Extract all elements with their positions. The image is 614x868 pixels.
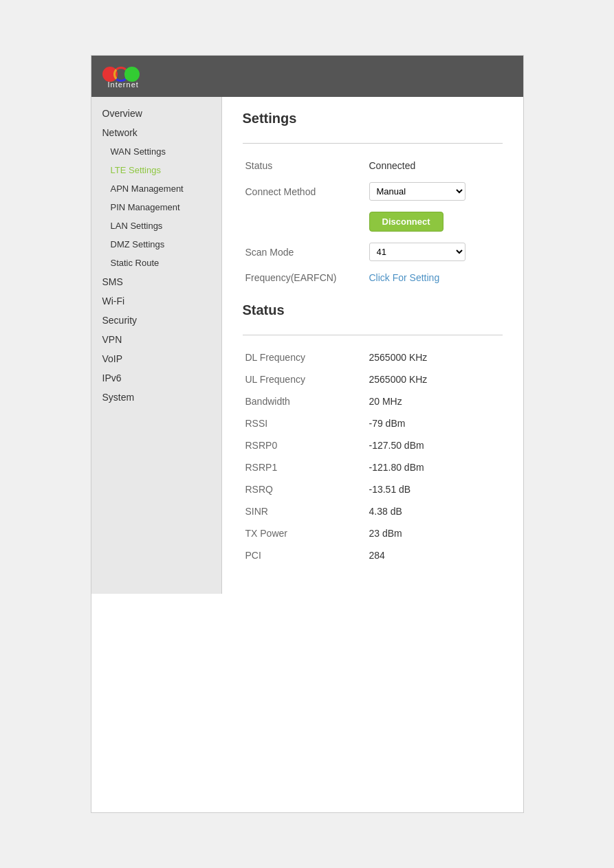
status-field-label: RSSI xyxy=(243,412,366,434)
status-field-value: 2565000 KHz xyxy=(366,346,503,368)
sidebar-item-apn-management[interactable]: APN Management xyxy=(91,179,221,198)
connect-method-select[interactable]: Manual Auto xyxy=(369,182,465,201)
status-field-value: -79 dBm xyxy=(366,412,503,434)
status-divider xyxy=(243,335,503,335)
status-field-label: PCI xyxy=(243,544,366,566)
settings-title: Settings xyxy=(243,111,503,132)
logo: Internet xyxy=(102,64,144,89)
status-field-row: RSRP0 -127.50 dBm xyxy=(243,434,503,456)
sidebar: Overview Network WAN Settings LTE Settin… xyxy=(91,97,222,594)
status-field-label: DL Frequency xyxy=(243,346,366,368)
logo-text: Internet xyxy=(108,80,139,89)
status-field-row: Bandwidth 20 MHz xyxy=(243,390,503,412)
sidebar-item-ipv6[interactable]: IPv6 xyxy=(91,368,221,388)
logo-circle-right xyxy=(124,67,140,82)
status-field-label: TX Power xyxy=(243,522,366,544)
sidebar-item-dmz-settings[interactable]: DMZ Settings xyxy=(91,235,221,254)
connect-method-label: Connect Method xyxy=(243,177,366,206)
status-field-label: UL Frequency xyxy=(243,368,366,390)
sidebar-item-lan-settings[interactable]: LAN Settings xyxy=(91,216,221,235)
status-field-label: RSRQ xyxy=(243,478,366,500)
status-field-label: RSRP0 xyxy=(243,434,366,456)
status-field-value: -121.80 dBm xyxy=(366,456,503,478)
sidebar-item-vpn[interactable]: VPN xyxy=(91,330,221,349)
scan-mode-select[interactable]: 41 Auto LTE Only WCDMA Only xyxy=(369,243,465,261)
status-field-row: UL Frequency 2565000 KHz xyxy=(243,368,503,390)
scan-mode-row: Scan Mode 41 Auto LTE Only WCDMA Only xyxy=(243,237,503,267)
status-field-label: SINR xyxy=(243,500,366,522)
status-section-title: Status xyxy=(243,302,503,324)
status-field-value: 23 dBm xyxy=(366,522,503,544)
disconnect-button[interactable]: Disconnect xyxy=(369,212,443,232)
frequency-row: Frequency(EARFCN) Click For Setting xyxy=(243,267,503,289)
status-field-value: 2565000 KHz xyxy=(366,368,503,390)
status-field-value: 284 xyxy=(366,544,503,566)
disconnect-row: Disconnect xyxy=(243,206,503,237)
status-field-row: TX Power 23 dBm xyxy=(243,522,503,544)
status-field-row: DL Frequency 2565000 KHz xyxy=(243,346,503,368)
settings-divider xyxy=(243,143,503,144)
status-label: Status xyxy=(243,155,366,177)
status-field-row: RSSI -79 dBm xyxy=(243,412,503,434)
sidebar-item-security[interactable]: Security xyxy=(91,311,221,330)
status-field-label: Bandwidth xyxy=(243,390,366,412)
settings-table: Status Connected Connect Method Manual A… xyxy=(243,155,503,289)
sidebar-item-lte-settings[interactable]: LTE Settings xyxy=(91,161,221,179)
frequency-label: Frequency(EARFCN) xyxy=(243,267,366,289)
sidebar-item-overview[interactable]: Overview xyxy=(91,104,221,123)
status-table: DL Frequency 2565000 KHz UL Frequency 25… xyxy=(243,346,503,566)
status-value: Connected xyxy=(369,160,416,171)
status-field-row: RSRQ -13.51 dB xyxy=(243,478,503,500)
sidebar-item-wan-settings[interactable]: WAN Settings xyxy=(91,142,221,161)
status-field-row: PCI 284 xyxy=(243,544,503,566)
connect-method-row: Connect Method Manual Auto xyxy=(243,177,503,206)
status-field-label: RSRP1 xyxy=(243,456,366,478)
status-field-value: 20 MHz xyxy=(366,390,503,412)
status-field-row: RSRP1 -121.80 dBm xyxy=(243,456,503,478)
header: Internet xyxy=(91,56,523,97)
status-field-row: SINR 4.38 dB xyxy=(243,500,503,522)
frequency-link[interactable]: Click For Setting xyxy=(369,272,440,283)
sidebar-item-voip[interactable]: VoIP xyxy=(91,349,221,368)
sidebar-item-static-route[interactable]: Static Route xyxy=(91,254,221,272)
status-field-value: -13.51 dB xyxy=(366,478,503,500)
status-row: Status Connected xyxy=(243,155,503,177)
sidebar-item-pin-management[interactable]: PIN Management xyxy=(91,198,221,216)
scan-mode-label: Scan Mode xyxy=(243,237,366,267)
main-content: Settings Status Connected Connect Method xyxy=(222,97,523,594)
disconnect-spacer xyxy=(243,206,366,237)
sidebar-item-network[interactable]: Network xyxy=(91,123,221,142)
status-field-value: 4.38 dB xyxy=(366,500,503,522)
status-field-value: -127.50 dBm xyxy=(366,434,503,456)
sidebar-item-sms[interactable]: SMS xyxy=(91,272,221,291)
content-area: Overview Network WAN Settings LTE Settin… xyxy=(91,97,523,594)
sidebar-item-system[interactable]: System xyxy=(91,388,221,407)
sidebar-item-wifi[interactable]: Wi-Fi xyxy=(91,291,221,311)
